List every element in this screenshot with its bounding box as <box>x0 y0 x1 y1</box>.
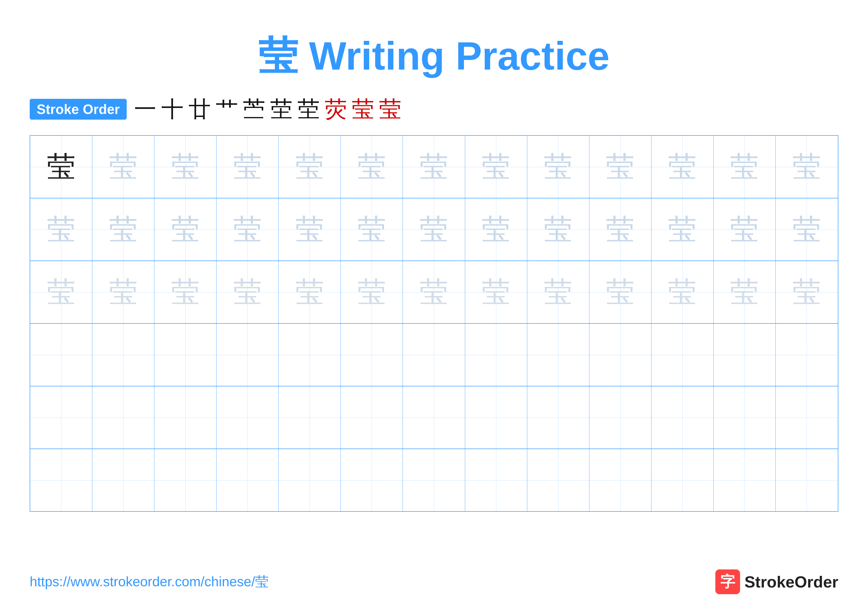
cell-2-2[interactable]: 莹 <box>92 198 154 261</box>
cell-1-8[interactable]: 莹 <box>465 136 527 198</box>
cell-1-1[interactable]: 莹 <box>30 136 92 198</box>
cell-3-12[interactable]: 莹 <box>714 261 776 323</box>
cell-5-13[interactable] <box>776 386 838 449</box>
stroke-9: 莹 <box>352 98 374 120</box>
cell-4-6[interactable] <box>341 324 403 386</box>
cell-5-8[interactable] <box>465 386 527 449</box>
char-display: 莹 <box>233 152 262 181</box>
cell-1-10[interactable]: 莹 <box>589 136 651 198</box>
cell-5-4[interactable] <box>217 386 279 449</box>
cell-6-6[interactable] <box>341 449 403 511</box>
cell-4-2[interactable] <box>92 324 154 386</box>
cell-3-3[interactable]: 莹 <box>154 261 217 323</box>
cell-1-3[interactable]: 莹 <box>154 136 217 198</box>
grid-row-5 <box>30 386 838 449</box>
cell-5-12[interactable] <box>714 386 776 449</box>
cell-2-11[interactable]: 莹 <box>651 198 714 261</box>
char-display: 莹 <box>420 278 448 306</box>
cell-3-4[interactable]: 莹 <box>217 261 279 323</box>
cell-3-7[interactable]: 莹 <box>403 261 465 323</box>
cell-4-8[interactable] <box>465 324 527 386</box>
cell-3-6[interactable]: 莹 <box>341 261 403 323</box>
cell-4-1[interactable] <box>30 324 92 386</box>
practice-grid: 莹 莹 莹 莹 莹 莹 莹 莹 莹 莹 莹 莹 莹 莹 莹 莹 莹 莹 莹 莹 … <box>30 135 838 512</box>
cell-4-11[interactable] <box>651 324 714 386</box>
cell-2-10[interactable]: 莹 <box>589 198 651 261</box>
char-display: 莹 <box>606 152 634 181</box>
cell-2-8[interactable]: 莹 <box>465 198 527 261</box>
cell-4-13[interactable] <box>776 324 838 386</box>
cell-4-5[interactable] <box>279 324 341 386</box>
cell-1-5[interactable]: 莹 <box>279 136 341 198</box>
cell-6-2[interactable] <box>92 449 154 511</box>
cell-6-9[interactable] <box>527 449 589 511</box>
cell-2-5[interactable]: 莹 <box>279 198 341 261</box>
cell-2-3[interactable]: 莹 <box>154 198 217 261</box>
cell-1-4[interactable]: 莹 <box>217 136 279 198</box>
stroke-1: 一 <box>134 98 157 120</box>
stroke-7: 茔 <box>298 98 320 120</box>
cell-2-13[interactable]: 莹 <box>776 198 838 261</box>
cell-2-7[interactable]: 莹 <box>403 198 465 261</box>
grid-row-2: 莹 莹 莹 莹 莹 莹 莹 莹 莹 莹 莹 莹 莹 <box>30 198 838 261</box>
cell-6-11[interactable] <box>651 449 714 511</box>
cell-4-3[interactable] <box>154 324 217 386</box>
cell-1-11[interactable]: 莹 <box>651 136 714 198</box>
cell-6-12[interactable] <box>714 449 776 511</box>
cell-3-9[interactable]: 莹 <box>527 261 589 323</box>
cell-6-13[interactable] <box>776 449 838 511</box>
cell-4-4[interactable] <box>217 324 279 386</box>
cell-5-10[interactable] <box>589 386 651 449</box>
cell-5-5[interactable] <box>279 386 341 449</box>
cell-6-7[interactable] <box>403 449 465 511</box>
cell-5-3[interactable] <box>154 386 217 449</box>
cell-4-12[interactable] <box>714 324 776 386</box>
cell-1-12[interactable]: 莹 <box>714 136 776 198</box>
cell-3-2[interactable]: 莹 <box>92 261 154 323</box>
stroke-sequence: 一 十 廿 艹 苎 茔 茔 荧 莹 莹 <box>134 98 401 120</box>
cell-5-2[interactable] <box>92 386 154 449</box>
cell-2-4[interactable]: 莹 <box>217 198 279 261</box>
stroke-2: 十 <box>161 98 184 120</box>
cell-5-6[interactable] <box>341 386 403 449</box>
cell-3-11[interactable]: 莹 <box>651 261 714 323</box>
cell-6-5[interactable] <box>279 449 341 511</box>
grid-row-1: 莹 莹 莹 莹 莹 莹 莹 莹 莹 莹 莹 莹 莹 <box>30 136 838 198</box>
grid-row-4 <box>30 324 838 386</box>
cell-5-1[interactable] <box>30 386 92 449</box>
cell-6-4[interactable] <box>217 449 279 511</box>
cell-6-1[interactable] <box>30 449 92 511</box>
char-display: 莹 <box>109 215 138 244</box>
cell-3-5[interactable]: 莹 <box>279 261 341 323</box>
char-display: 莹 <box>47 152 76 181</box>
cell-1-9[interactable]: 莹 <box>527 136 589 198</box>
cell-1-6[interactable]: 莹 <box>341 136 403 198</box>
cell-1-2[interactable]: 莹 <box>92 136 154 198</box>
cell-3-10[interactable]: 莹 <box>589 261 651 323</box>
cell-2-9[interactable]: 莹 <box>527 198 589 261</box>
char-display: 莹 <box>792 152 821 181</box>
cell-2-12[interactable]: 莹 <box>714 198 776 261</box>
cell-1-13[interactable]: 莹 <box>776 136 838 198</box>
stroke-8: 荧 <box>325 98 347 120</box>
cell-6-8[interactable] <box>465 449 527 511</box>
char-display: 莹 <box>171 215 200 244</box>
char-display: 莹 <box>295 215 324 244</box>
cell-2-1[interactable]: 莹 <box>30 198 92 261</box>
cell-3-1[interactable]: 莹 <box>30 261 92 323</box>
cell-6-10[interactable] <box>589 449 651 511</box>
cell-4-7[interactable] <box>403 324 465 386</box>
cell-5-9[interactable] <box>527 386 589 449</box>
cell-5-7[interactable] <box>403 386 465 449</box>
cell-3-13[interactable]: 莹 <box>776 261 838 323</box>
page-title: 莹 Writing Practice <box>258 34 610 78</box>
cell-5-11[interactable] <box>651 386 714 449</box>
cell-2-6[interactable]: 莹 <box>341 198 403 261</box>
cell-1-7[interactable]: 莹 <box>403 136 465 198</box>
char-display: 莹 <box>482 152 510 181</box>
cell-6-3[interactable] <box>154 449 217 511</box>
cell-4-9[interactable] <box>527 324 589 386</box>
cell-3-8[interactable]: 莹 <box>465 261 527 323</box>
cell-4-10[interactable] <box>589 324 651 386</box>
footer-url[interactable]: https://www.strokeorder.com/chinese/莹 <box>30 573 269 591</box>
